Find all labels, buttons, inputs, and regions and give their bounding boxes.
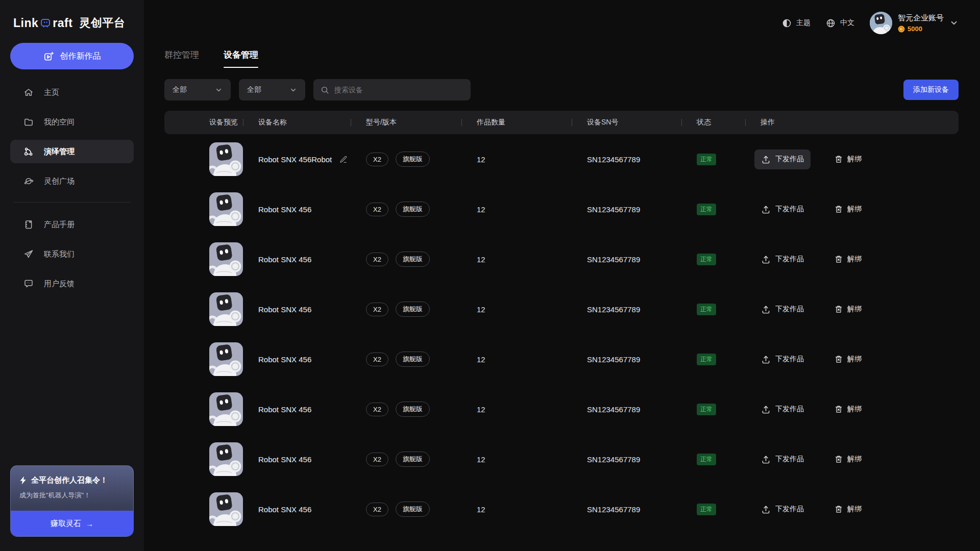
robot-thumbnail	[209, 242, 243, 276]
unbind-button[interactable]: 解绑	[834, 455, 862, 464]
theme-icon	[782, 18, 792, 28]
search-icon	[321, 86, 329, 94]
deploy-button[interactable]: 下发作品	[754, 299, 811, 319]
tab-group-control[interactable]: 群控管理	[164, 49, 199, 68]
works-count: 12	[477, 305, 485, 314]
model-version-cell: X2 旗舰版	[351, 452, 461, 467]
works-count-cell: 12	[461, 455, 572, 464]
device-name-cell: Robot SNX 456	[243, 255, 351, 264]
upload-icon	[761, 505, 771, 514]
device-name: Robot SNX 456Robot	[258, 155, 332, 164]
brand-prefix: Link	[13, 16, 38, 30]
trash-x-icon	[834, 355, 843, 364]
unbind-label: 解绑	[847, 155, 862, 164]
actions-cell: 下发作品 解绑	[745, 249, 959, 269]
table-row: Robot SNX 456 X2 旗舰版 12 SN1234567789 正常	[164, 334, 959, 384]
sidebar-item-feedback[interactable]: 用户反馈	[10, 272, 134, 295]
model-version-cell: X2 旗舰版	[351, 152, 461, 167]
serial-number: SN1234567789	[587, 505, 640, 514]
coin-icon	[898, 26, 905, 33]
account-menu[interactable]: 智元企业账号 5000	[870, 12, 959, 34]
unbind-label: 解绑	[847, 455, 862, 464]
deploy-button[interactable]: 下发作品	[754, 399, 811, 419]
chevron-down-icon[interactable]	[949, 18, 959, 28]
trash-x-icon	[834, 455, 843, 464]
trash-x-icon	[834, 205, 843, 214]
unbind-button[interactable]: 解绑	[834, 505, 862, 514]
device-name: Robot SNX 456	[258, 255, 311, 264]
robot-face-logo-icon	[40, 17, 51, 29]
status-badge: 正常	[697, 304, 716, 315]
sidebar-divider	[13, 202, 131, 203]
device-name: Robot SNX 456	[258, 455, 311, 464]
filter-dropdown-1[interactable]: 全部	[164, 79, 231, 101]
status-cell: 正常	[681, 154, 745, 165]
version-badge: 旗舰版	[396, 302, 430, 317]
sidebar-item-home[interactable]: 主页	[10, 81, 134, 104]
chevron-down-icon	[215, 86, 223, 94]
serial-number: SN1234567789	[587, 355, 640, 364]
sidebar-item-performance-management[interactable]: 演绎管理	[10, 140, 134, 163]
deploy-button[interactable]: 下发作品	[754, 349, 811, 369]
sidebar-item-contact-us[interactable]: 联系我们	[10, 242, 134, 266]
dropdown-value: 全部	[173, 85, 187, 94]
edit-name-icon[interactable]	[339, 155, 348, 164]
sidebar-item-label: 联系我们	[44, 249, 75, 259]
device-preview-cell	[164, 142, 243, 176]
serial-number-cell: SN1234567789	[572, 155, 681, 164]
theme-toggle[interactable]: 主题	[782, 18, 811, 28]
deploy-label: 下发作品	[775, 255, 804, 264]
deploy-label: 下发作品	[775, 405, 804, 414]
network-icon	[23, 146, 34, 157]
device-preview-cell	[164, 342, 243, 376]
table-row: Robot SNX 456 X2 旗舰版 12 SN1234567789 正常	[164, 484, 959, 534]
sidebar-item-my-space[interactable]: 我的空间	[10, 110, 134, 134]
status-cell: 正常	[681, 204, 745, 215]
language-switcher[interactable]: 中文	[826, 18, 854, 28]
status-badge: 正常	[697, 404, 716, 415]
device-name: Robot SNX 456	[258, 505, 311, 514]
model-badge: X2	[366, 353, 388, 366]
version-badge: 旗舰版	[396, 152, 430, 167]
actions-cell: 下发作品 解绑	[745, 199, 959, 219]
earn-gems-button[interactable]: 赚取灵石 →	[11, 511, 133, 536]
device-preview-cell	[164, 192, 243, 226]
model-badge: X2	[366, 153, 388, 166]
sidebar-item-plaza[interactable]: 灵创广场	[10, 169, 134, 193]
search-input[interactable]	[334, 86, 463, 94]
deploy-button[interactable]: 下发作品	[754, 499, 811, 519]
deploy-button[interactable]: 下发作品	[754, 449, 811, 469]
column-header-sn: 设备SN号	[572, 118, 681, 127]
deploy-button[interactable]: 下发作品	[754, 249, 811, 269]
deploy-button[interactable]: 下发作品	[754, 149, 811, 169]
model-badge: X2	[366, 403, 388, 416]
version-badge: 旗舰版	[396, 202, 430, 217]
column-header-status: 状态	[681, 118, 745, 127]
earn-gems-label: 赚取灵石	[51, 519, 81, 529]
language-label: 中文	[840, 18, 854, 28]
unbind-button[interactable]: 解绑	[834, 305, 862, 314]
deploy-label: 下发作品	[775, 155, 804, 164]
tab-device-management[interactable]: 设备管理	[224, 49, 258, 68]
device-name: Robot SNX 456	[258, 405, 311, 414]
unbind-label: 解绑	[847, 255, 862, 264]
works-count: 12	[477, 455, 485, 464]
add-device-button[interactable]: 添加新设备	[903, 80, 959, 100]
unbind-button[interactable]: 解绑	[834, 255, 862, 264]
unbind-label: 解绑	[847, 505, 862, 514]
upload-icon	[761, 405, 771, 414]
unbind-button[interactable]: 解绑	[834, 355, 862, 364]
filter-dropdown-2[interactable]: 全部	[239, 79, 305, 101]
works-count-cell: 12	[461, 405, 572, 414]
deploy-button[interactable]: 下发作品	[754, 199, 811, 219]
sidebar-item-label: 我的空间	[44, 117, 75, 127]
unbind-button[interactable]: 解绑	[834, 205, 862, 214]
unbind-button[interactable]: 解绑	[834, 155, 862, 164]
works-count-cell: 12	[461, 205, 572, 214]
unbind-button[interactable]: 解绑	[834, 405, 862, 414]
sidebar: Link raft 灵创平台 创作新作品	[0, 0, 144, 551]
create-work-button[interactable]: 创作新作品	[10, 43, 134, 69]
sidebar-item-product-manual[interactable]: 产品手册	[10, 213, 134, 236]
lightning-icon	[19, 476, 27, 485]
status-cell: 正常	[681, 304, 745, 315]
